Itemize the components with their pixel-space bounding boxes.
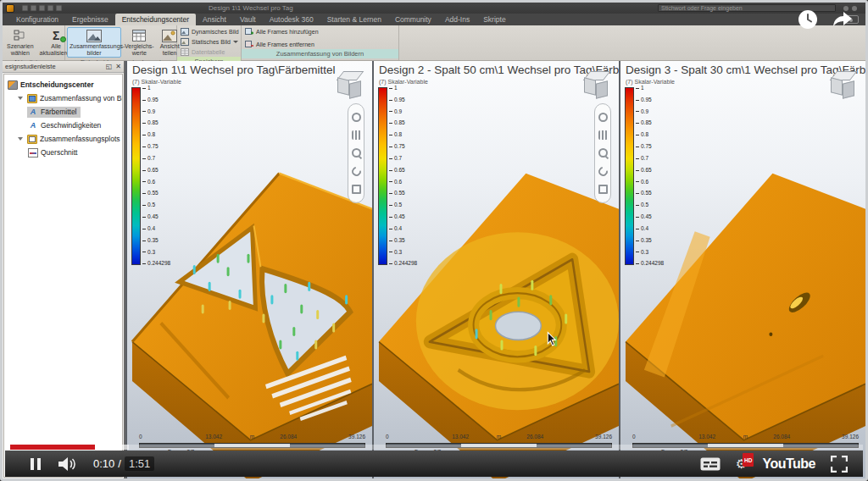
legend-ticks: 10.950.90.850.80.750.70.650.60.550.50.45… [636,86,664,267]
ruler-label: m [743,434,748,440]
pin-panel-icon[interactable]: ◱ [106,64,113,70]
tab-vault[interactable]: Vault [233,14,263,25]
close-panel-icon[interactable]: ✕ [115,64,121,70]
pan-icon[interactable] [598,130,608,140]
video-progress-bar[interactable] [5,445,863,450]
volume-icon[interactable] [58,456,76,472]
tree-item-querschnitt[interactable]: Querschnitt [4,146,122,159]
legend-tick: 0.65 [636,168,664,174]
orbit-icon[interactable] [349,164,362,177]
youtube-logo[interactable]: YouTube [762,456,815,472]
ruler-labels: 013.042m26.08439.126 [632,434,859,441]
navigation-bar[interactable] [348,103,364,203]
tab-add-ins[interactable]: Add-Ins [438,14,476,25]
captions-icon[interactable] [700,457,721,471]
zusammenfassungsbilder-button[interactable]: Zusammenfassungs- bilder [67,27,121,58]
ruler-label: 13.042 [452,434,469,440]
tree-item-geschwindigkeiten[interactable]: AGeschwindigkeiten [4,119,122,132]
tab-konfiguration[interactable]: Konfiguration [9,14,65,25]
alle-frames-entfernen-button[interactable]: Alle Frames entfernen [245,40,395,49]
ribbon-group-layout: Zusammenfassungs- bilder Vergleichs- wer… [65,25,177,60]
legend-tick: 0.85 [142,120,170,126]
tab-starten-lernen[interactable]: Starten & Lernen [320,14,388,25]
legend-tick: 0.85 [389,120,417,126]
pause-button[interactable] [31,458,41,470]
legend-tick: 0.7 [636,156,664,162]
navigation-bar[interactable] [594,103,611,203]
zoom-icon[interactable] [352,148,361,158]
viewcube[interactable] [583,71,612,98]
legend-ticks: 10.950.90.850.80.750.70.650.60.550.50.45… [389,86,417,267]
legend-tick: 0.55 [636,191,664,196]
legend-tick: 0.45 [142,214,170,220]
share-view-icon [162,29,177,42]
application-menu-button[interactable] [6,4,14,13]
button-label: Szenarien wählen [7,43,34,56]
datentabelle-button[interactable]: Datentabelle [181,47,237,57]
duration: 1:51 [125,456,154,471]
vergleichswerte-button[interactable]: Vergleichs- werte [122,27,157,58]
pan-icon[interactable] [352,130,361,140]
viewcube[interactable] [337,71,365,98]
viewcube[interactable] [830,71,859,98]
legend-tick: 0.45 [636,214,664,220]
watch-later-icon[interactable] [798,9,818,30]
tab-ergebnisse[interactable]: Ergebnisse [65,14,115,25]
viewport-design3[interactable]: Design 3 - Spalt 30 cm\1 Wechsel pro Tag… [619,61,865,478]
look-at-icon[interactable] [352,185,361,194]
add-frames-icon [245,28,253,36]
legend-tick: 0.3 [142,250,170,256]
alle-frames-hinzufuegen-button[interactable]: Alle Frames hinzufügen [245,27,395,36]
legend-tick: 0.35 [142,238,170,244]
button-label: Alle Frames entfernen [256,41,314,47]
settings-gear-icon[interactable]: ⚙HD [736,457,747,470]
legend-tick: 0.85 [636,120,664,126]
data-table-icon [181,48,189,56]
tree-item-zusammenfassungsplots[interactable]: Zusammenfassungsplots [4,132,122,146]
ruler-label: m [497,434,501,440]
fullscreen-icon[interactable] [831,456,848,473]
ruler-label: 13.042 [205,434,222,440]
static-image-icon [181,38,189,46]
ruler-label: 26.084 [773,434,790,440]
plot-icon [28,148,38,158]
time-display: 0:10 / 1:51 [93,456,154,471]
legend-tick: 0.75 [142,144,170,150]
tab-community[interactable]: Community [388,14,438,25]
color-legend: 10.950.90.850.80.750.70.650.60.550.50.45… [625,87,664,267]
ribbon-group-speichern: Dynamisches Bild Statisches Bild Datenta… [177,25,242,60]
dynamisches-bild-button[interactable]: Dynamisches Bild [181,27,237,36]
legend-tick: 0.9 [636,109,664,115]
compare-values-icon [131,29,147,42]
collapse-arrow-icon[interactable] [18,137,23,141]
statisches-bild-button[interactable]: Statisches Bild [181,37,237,47]
steering-wheel-icon[interactable] [352,113,361,122]
viewport-design1[interactable]: Design 1\1 Wechsel pro Tag\Färbemittel (… [125,61,372,478]
tab-entscheidungscenter[interactable]: Entscheidungscenter [115,14,196,25]
quick-access-toolbar[interactable] [22,5,62,11]
design-study-panel: esignstudienleiste ◱ ✕ Entscheidungscent… [3,61,125,478]
tree-item-färbemittel[interactable]: AFärbemittel [4,105,122,119]
orbit-icon[interactable] [596,164,609,177]
legend-tick: 0.8 [142,132,170,138]
steering-wheel-icon[interactable] [598,113,608,122]
viewport-design2[interactable]: Design 2 - Spalt 50 cm\1 Wechsel pro Tag… [372,61,619,478]
ruler-label: 26.084 [526,434,543,440]
collapse-arrow-icon[interactable] [18,97,23,100]
tree-item-zusammenfassung-von-bildern[interactable]: Zusammenfassung von Bildern [4,91,122,105]
share-icon[interactable] [832,9,854,28]
tab-autodesk-360[interactable]: Autodesk 360 [263,14,320,25]
chevron-down-icon[interactable] [233,41,238,43]
look-at-icon[interactable] [598,185,608,194]
zoom-icon[interactable] [598,148,608,158]
remove-frames-icon [245,41,253,48]
tree-item-entscheidungscenter[interactable]: Entscheidungscenter [4,78,122,91]
tab-ansicht[interactable]: Ansicht [196,14,233,25]
tab-skripte[interactable]: Skripte [476,14,512,25]
legend-tick: 0.35 [636,238,664,244]
tree-item-label: Geschwindigkeiten [41,121,101,130]
app-titlebar: Design 1\1 Wechsel pro Tag Stichwort ode… [3,3,865,14]
tree-item-label: Querschnitt [41,148,77,157]
szenarien-waehlen-button[interactable]: Szenarien wählen [4,27,36,58]
hd-badge: HD [743,453,754,467]
